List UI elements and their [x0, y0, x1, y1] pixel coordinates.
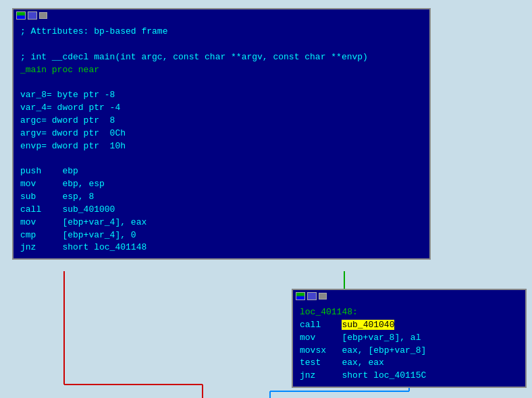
code-line: var_8= byte ptr -8 [20, 89, 423, 102]
main-code-window: ; Attributes: bp-based frame ; int __cde… [12, 8, 431, 260]
sub-titlebar [293, 290, 525, 302]
code-line: mov [ebp+var_4], eax [20, 217, 423, 229]
code-line: ; int __cdecl main(int argc, const char … [20, 51, 423, 64]
code-line: _main proc near [20, 64, 423, 77]
icon-graph [16, 11, 26, 20]
code-line-call: call sub_401040 [300, 319, 518, 332]
code-blank [20, 76, 423, 89]
code-line: push ebp [20, 165, 423, 178]
icon-blue [307, 292, 317, 300]
code-line: argv= dword ptr 0Ch [20, 127, 423, 140]
code-line: loc_401148: [300, 306, 518, 319]
code-line: mov ebp, esp [20, 178, 423, 191]
code-line: envp= dword ptr 10h [20, 140, 423, 153]
code-line: var_4= dword ptr -4 [20, 102, 423, 115]
icon-small [39, 12, 47, 19]
code-blank [20, 152, 423, 165]
code-line: cmp [ebp+var_4], 0 [20, 229, 423, 242]
code-line: call sub_401000 [20, 204, 423, 217]
sub-code-window: loc_401148: call sub_401040 mov [ebp+var… [292, 289, 527, 388]
sub-code-body: loc_401148: call sub_401040 mov [ebp+var… [293, 302, 525, 387]
code-line: test eax, eax [300, 357, 518, 370]
main-code-body: ; Attributes: bp-based frame ; int __cde… [14, 22, 429, 258]
code-line: sub esp, 8 [20, 191, 423, 204]
code-line: argc= dword ptr 8 [20, 115, 423, 127]
code-blank [20, 38, 423, 51]
main-titlebar [14, 9, 429, 22]
highlighted-symbol: sub_401040 [342, 320, 394, 330]
icon-small [319, 293, 327, 300]
code-line: ; Attributes: bp-based frame [20, 26, 423, 38]
code-line: jnz short loc_40115C [300, 370, 518, 382]
icon-blue [28, 11, 37, 20]
icon-graph [296, 292, 305, 300]
code-line: jnz short loc_401148 [20, 241, 423, 254]
code-line: movsx eax, [ebp+var_8] [300, 345, 518, 358]
code-line: mov [ebp+var_8], al [300, 332, 518, 345]
